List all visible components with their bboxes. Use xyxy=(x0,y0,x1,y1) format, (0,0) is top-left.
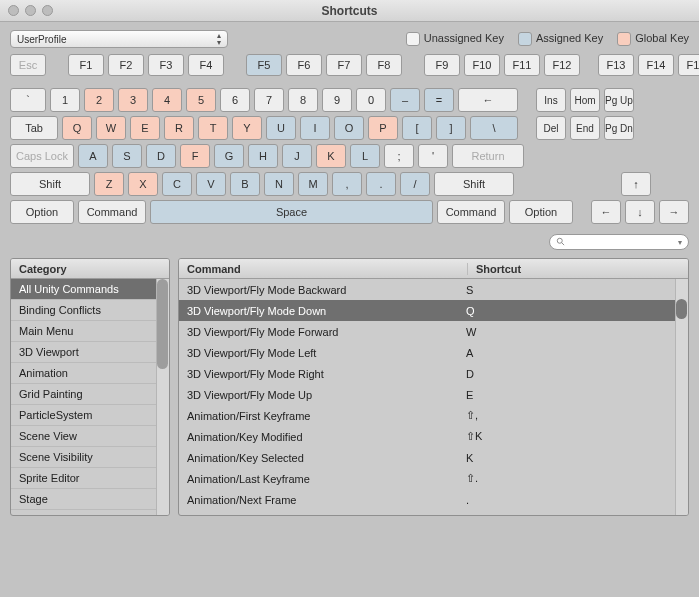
key-x[interactable]: X xyxy=(128,172,158,196)
key-b[interactable]: B xyxy=(230,172,260,196)
key-lshift[interactable]: Shift xyxy=(10,172,90,196)
key-tab[interactable]: Tab xyxy=(10,116,58,140)
key-t[interactable]: T xyxy=(198,116,228,140)
key-6[interactable]: 6 xyxy=(220,88,250,112)
key-i[interactable]: I xyxy=(300,116,330,140)
category-row[interactable]: Main Menu xyxy=(11,321,169,342)
category-row[interactable]: 3D Viewport xyxy=(11,342,169,363)
command-scrollbar[interactable] xyxy=(675,279,688,515)
key-f14[interactable]: F14 xyxy=(638,54,674,76)
key-end[interactable]: End xyxy=(570,116,600,140)
key-lcommand[interactable]: Command xyxy=(78,200,146,224)
category-row[interactable]: ParticleSystem xyxy=(11,405,169,426)
category-row[interactable]: Binding Conflicts xyxy=(11,300,169,321)
key-j[interactable]: J xyxy=(282,144,312,168)
key-return[interactable]: Return xyxy=(452,144,524,168)
key-f4[interactable]: F4 xyxy=(188,54,224,76)
key-home[interactable]: Hom xyxy=(570,88,600,112)
key-equal[interactable]: = xyxy=(424,88,454,112)
command-row[interactable]: 3D Viewport/Fly Mode UpE xyxy=(179,384,688,405)
command-row[interactable]: 3D Viewport/Fly Mode ForwardW xyxy=(179,321,688,342)
key-slash[interactable]: / xyxy=(400,172,430,196)
key-o[interactable]: O xyxy=(334,116,364,140)
key-f5[interactable]: F5 xyxy=(246,54,282,76)
scroll-thumb[interactable] xyxy=(676,299,687,319)
command-row[interactable]: 3D Viewport/Fly Mode DownQ xyxy=(179,300,688,321)
key-f11[interactable]: F11 xyxy=(504,54,540,76)
key-c[interactable]: C xyxy=(162,172,192,196)
key-backslash[interactable]: \ xyxy=(470,116,518,140)
category-row[interactable]: Stage xyxy=(11,489,169,510)
key-f3[interactable]: F3 xyxy=(148,54,184,76)
key-n[interactable]: N xyxy=(264,172,294,196)
key-7[interactable]: 7 xyxy=(254,88,284,112)
key-right[interactable]: → xyxy=(659,200,689,224)
key-f15[interactable]: F15 xyxy=(678,54,699,76)
key-1[interactable]: 1 xyxy=(50,88,80,112)
key-z[interactable]: Z xyxy=(94,172,124,196)
command-row[interactable]: 3D Viewport/Fly Mode BackwardS xyxy=(179,279,688,300)
key-period[interactable]: . xyxy=(366,172,396,196)
key-rbracket[interactable]: ] xyxy=(436,116,466,140)
key-ins[interactable]: Ins xyxy=(536,88,566,112)
category-row[interactable]: All Unity Commands xyxy=(11,279,169,300)
category-row[interactable]: Animation xyxy=(11,363,169,384)
command-row[interactable]: Animation/Key SelectedK xyxy=(179,447,688,468)
key-f1[interactable]: F1 xyxy=(68,54,104,76)
key-loption[interactable]: Option xyxy=(10,200,74,224)
key-lbracket[interactable]: [ xyxy=(402,116,432,140)
category-row[interactable]: Scene View xyxy=(11,426,169,447)
key-y[interactable]: Y xyxy=(232,116,262,140)
key-f10[interactable]: F10 xyxy=(464,54,500,76)
key-q[interactable]: Q xyxy=(62,116,92,140)
scroll-thumb[interactable] xyxy=(157,279,168,369)
key-f8[interactable]: F8 xyxy=(366,54,402,76)
category-scrollbar[interactable] xyxy=(156,279,169,515)
key-r[interactable]: R xyxy=(164,116,194,140)
key-5[interactable]: 5 xyxy=(186,88,216,112)
command-row[interactable]: 3D Viewport/Fly Mode RightD xyxy=(179,363,688,384)
key-pgdn[interactable]: Pg Dn xyxy=(604,116,634,140)
key-backspace[interactable]: ← xyxy=(458,88,518,112)
key-e[interactable]: E xyxy=(130,116,160,140)
key-left[interactable]: ← xyxy=(591,200,621,224)
key-semicolon[interactable]: ; xyxy=(384,144,414,168)
search-dropdown-icon[interactable]: ▾ xyxy=(678,238,682,247)
key-w[interactable]: W xyxy=(96,116,126,140)
command-row[interactable]: Animation/Last Keyframe⇧. xyxy=(179,468,688,489)
key-3[interactable]: 3 xyxy=(118,88,148,112)
key-f2[interactable]: F2 xyxy=(108,54,144,76)
key-del[interactable]: Del xyxy=(536,116,566,140)
search-input[interactable]: ▾ xyxy=(549,234,689,250)
key-f[interactable]: F xyxy=(180,144,210,168)
key-v[interactable]: V xyxy=(196,172,226,196)
key-minus[interactable]: – xyxy=(390,88,420,112)
key-d[interactable]: D xyxy=(146,144,176,168)
key-pgup[interactable]: Pg Up xyxy=(604,88,634,112)
key-9[interactable]: 9 xyxy=(322,88,352,112)
key-capslock[interactable]: Caps Lock xyxy=(10,144,74,168)
command-row[interactable]: 3D Viewport/Fly Mode LeftA xyxy=(179,342,688,363)
category-row[interactable]: Grid Painting xyxy=(11,384,169,405)
key-space[interactable]: Space xyxy=(150,200,433,224)
command-row[interactable]: Animation/First Keyframe⇧, xyxy=(179,405,688,426)
key-rcommand[interactable]: Command xyxy=(437,200,505,224)
key-f9[interactable]: F9 xyxy=(424,54,460,76)
command-row[interactable]: Animation/Next Frame. xyxy=(179,489,688,510)
key-2[interactable]: 2 xyxy=(84,88,114,112)
key-p[interactable]: P xyxy=(368,116,398,140)
category-row[interactable]: Scene Visibility xyxy=(11,447,169,468)
key-0[interactable]: 0 xyxy=(356,88,386,112)
key-quote[interactable]: ' xyxy=(418,144,448,168)
key-rshift[interactable]: Shift xyxy=(434,172,514,196)
key-f13[interactable]: F13 xyxy=(598,54,634,76)
key-comma[interactable]: , xyxy=(332,172,362,196)
command-row[interactable]: Animation/Key Modified⇧K xyxy=(179,426,688,447)
key-8[interactable]: 8 xyxy=(288,88,318,112)
key-up[interactable]: ↑ xyxy=(621,172,651,196)
key-l[interactable]: L xyxy=(350,144,380,168)
profile-select[interactable]: UserProfile ▴▾ xyxy=(10,30,228,48)
key-f6[interactable]: F6 xyxy=(286,54,322,76)
key-roption[interactable]: Option xyxy=(509,200,573,224)
key-u[interactable]: U xyxy=(266,116,296,140)
